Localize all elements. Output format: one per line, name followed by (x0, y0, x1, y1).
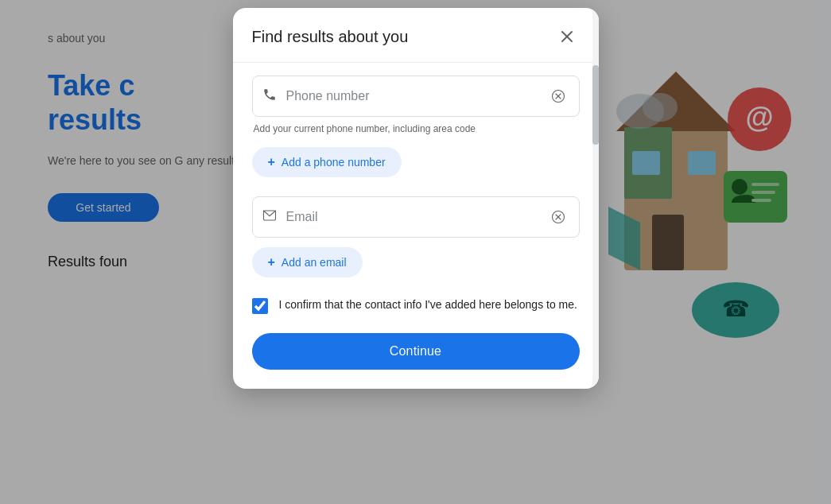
modal-container: Find results about you (233, 8, 599, 389)
add-email-label: Add an email (282, 256, 347, 269)
modal-title: Find results about you (252, 28, 409, 46)
continue-button[interactable]: Continue (252, 333, 580, 370)
email-icon (262, 208, 277, 227)
close-icon (559, 29, 575, 45)
add-phone-button[interactable]: + Add a phone number (252, 147, 402, 177)
email-clear-button[interactable] (547, 206, 569, 228)
close-button[interactable] (554, 24, 580, 49)
modal-dialog: Find results about you (233, 8, 599, 389)
scrollbar-track (592, 8, 599, 389)
phone-icon (262, 87, 277, 106)
phone-hint: Add your current phone number, including… (252, 123, 580, 134)
phone-clear-button[interactable] (547, 85, 569, 107)
add-email-button[interactable]: + Add an email (252, 247, 363, 277)
email-input-group (252, 196, 580, 238)
confirm-text: I confirm that the contact info I've add… (279, 297, 577, 313)
plus-email-icon: + (268, 255, 275, 269)
phone-input-group (252, 76, 580, 117)
confirm-checkbox[interactable] (252, 298, 268, 314)
email-clear-icon (551, 210, 565, 224)
modal-scroll-area[interactable]: Add your current phone number, including… (233, 76, 599, 389)
phone-input[interactable] (286, 89, 547, 103)
email-input[interactable] (286, 210, 547, 224)
modal-header: Find results about you (233, 8, 599, 62)
phone-clear-icon (551, 89, 565, 103)
add-phone-label: Add a phone number (282, 156, 386, 169)
plus-icon: + (268, 155, 275, 169)
scrollbar-thumb (592, 65, 599, 145)
header-divider (233, 62, 599, 63)
confirm-area: I confirm that the contact info I've add… (252, 297, 580, 314)
